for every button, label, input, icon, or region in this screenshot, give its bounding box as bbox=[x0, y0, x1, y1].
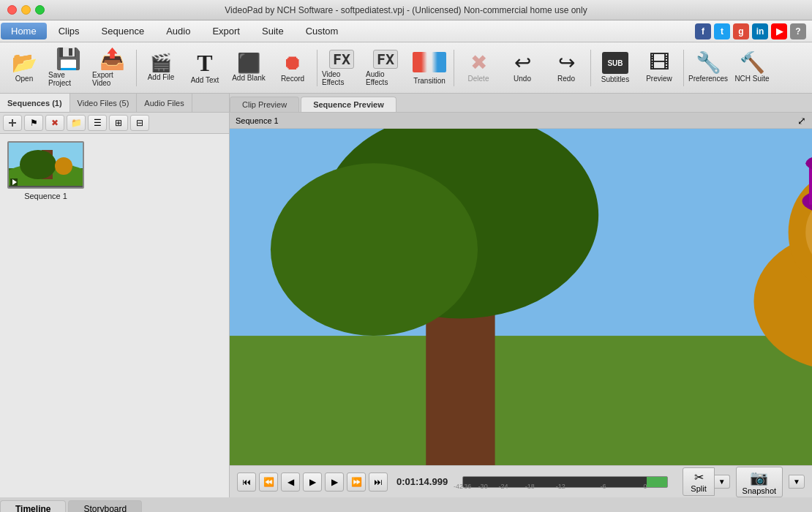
traffic-lights[interactable] bbox=[7, 5, 45, 15]
prev-frame-button[interactable]: ⏪ bbox=[259, 473, 278, 492]
menu-sequence[interactable]: Sequence bbox=[91, 23, 155, 39]
sequence-title-bar: Sequence 1 ⤢ bbox=[230, 113, 812, 129]
separator-5 bbox=[683, 50, 684, 86]
left-panel-toolbar: ⚑ ✖ 📁 ☰ ⊞ ⊟ bbox=[0, 113, 229, 134]
preview-icon: 🎞 bbox=[649, 53, 669, 73]
save-project-button[interactable]: 💾 Save Project bbox=[47, 45, 89, 91]
subtitles-icon: SUB bbox=[602, 52, 628, 74]
add-file-icon: 🎬 bbox=[150, 54, 172, 72]
preview-button[interactable]: 🎞 Preview bbox=[638, 45, 680, 91]
svg-point-7 bbox=[55, 157, 72, 175]
timeline-area: Timeline Storyboard 0:00:40.000 0:00:50.… bbox=[0, 497, 812, 512]
audio-effects-icon: FX bbox=[373, 50, 398, 69]
twitter-icon[interactable]: t bbox=[714, 23, 730, 39]
sequence-title: Sequence 1 bbox=[236, 116, 279, 125]
left-toolbar-folder[interactable]: 📁 bbox=[67, 115, 86, 131]
play-backward-button[interactable]: ◀ bbox=[281, 473, 300, 492]
open-button[interactable]: 📂 Open bbox=[3, 45, 45, 91]
menu-audio[interactable]: Audio bbox=[156, 23, 200, 39]
svg-rect-19 bbox=[809, 163, 812, 205]
add-blank-icon: ⬛ bbox=[237, 53, 260, 72]
tab-timeline[interactable]: Timeline bbox=[0, 500, 66, 512]
help-icon[interactable]: ? bbox=[790, 23, 806, 39]
redo-icon: ↪ bbox=[558, 53, 575, 73]
redo-button[interactable]: ↪ Redo bbox=[545, 45, 587, 91]
separator-4 bbox=[590, 50, 591, 86]
toolbar: 📂 Open 💾 Save Project 📤 Export Video 🎬 A… bbox=[0, 42, 812, 94]
next-frame-button[interactable]: ⏩ bbox=[347, 473, 366, 492]
left-toolbar-add[interactable] bbox=[3, 115, 22, 131]
left-tabs: Sequences (1) Video Files (5) Audio File… bbox=[0, 94, 229, 113]
tab-sequence-preview[interactable]: Sequence Preview bbox=[301, 97, 396, 112]
video-effects-button[interactable]: FX Video Effects bbox=[320, 45, 363, 91]
subtitles-button[interactable]: SUB Subtitles bbox=[594, 45, 636, 91]
undo-button[interactable]: ↩ Undo bbox=[501, 45, 544, 91]
svg-rect-1 bbox=[12, 119, 13, 127]
left-toolbar-settings[interactable]: ⊟ bbox=[130, 115, 149, 131]
add-text-button[interactable]: T Add Text bbox=[184, 45, 226, 91]
snapshot-icon: 📷 bbox=[750, 469, 768, 486]
expand-icon[interactable]: ⤢ bbox=[797, 115, 806, 127]
timeline-tabs: Timeline Storyboard bbox=[0, 497, 812, 512]
preferences-icon: 🔧 bbox=[696, 53, 721, 73]
right-panel: Clip Preview Sequence Preview Sequence 1… bbox=[230, 94, 812, 497]
menu-custom[interactable]: Custom bbox=[296, 23, 349, 39]
facebook-icon[interactable]: f bbox=[695, 23, 711, 39]
split-dropdown-button[interactable]: ▼ bbox=[715, 475, 730, 489]
export-video-button[interactable]: 📤 Export Video bbox=[91, 45, 133, 91]
window-title: VideoPad by NCH Software - softpediatest… bbox=[225, 5, 587, 15]
sequence-item[interactable]: Sequence 1 bbox=[7, 141, 84, 200]
left-toolbar-grid[interactable]: ⊞ bbox=[109, 115, 128, 131]
close-button[interactable] bbox=[7, 5, 17, 15]
record-button[interactable]: ⏺ Record bbox=[271, 45, 314, 91]
separator-2 bbox=[317, 50, 317, 86]
preferences-button[interactable]: 🔧 Preferences bbox=[687, 45, 729, 91]
transition-button[interactable]: Transition bbox=[408, 45, 451, 91]
play-button[interactable]: ▶ bbox=[303, 473, 322, 492]
youtube-icon[interactable]: ▶ bbox=[771, 23, 787, 39]
volume-slider[interactable]: 0 -6 -12 -18 -24 -30 -36 -42 bbox=[462, 476, 668, 488]
left-toolbar-list[interactable]: ☰ bbox=[88, 115, 107, 131]
minimize-button[interactable] bbox=[21, 5, 31, 15]
left-toolbar-bookmark[interactable]: ⚑ bbox=[24, 115, 43, 131]
menu-suite[interactable]: Suite bbox=[252, 23, 294, 39]
split-main-button[interactable]: ✂ Split bbox=[683, 467, 714, 496]
separator-3 bbox=[454, 50, 454, 86]
preview-scene bbox=[230, 129, 812, 465]
add-blank-button[interactable]: ⬛ Add Blank bbox=[228, 45, 270, 91]
maximize-button[interactable] bbox=[35, 5, 45, 15]
tab-audio-files[interactable]: Audio Files bbox=[137, 94, 192, 112]
svg-rect-9 bbox=[230, 336, 812, 465]
play-forward-button[interactable]: ▶ bbox=[325, 473, 344, 492]
record-icon: ⏺ bbox=[282, 53, 303, 73]
add-file-button[interactable]: 🎬 Add File bbox=[140, 45, 182, 91]
tab-storyboard[interactable]: Storyboard bbox=[68, 500, 142, 512]
tab-clip-preview[interactable]: Clip Preview bbox=[230, 97, 299, 112]
left-panel: Sequences (1) Video Files (5) Audio File… bbox=[0, 94, 230, 497]
googleplus-icon[interactable]: g bbox=[733, 23, 749, 39]
skip-to-start-button[interactable]: ⏮ bbox=[237, 473, 256, 492]
split-button[interactable]: ✂ Split ▼ bbox=[683, 467, 729, 496]
menu-home[interactable]: Home bbox=[1, 23, 47, 39]
skip-to-end-button[interactable]: ⏭ bbox=[369, 473, 388, 492]
tab-sequences[interactable]: Sequences (1) bbox=[0, 94, 70, 112]
nch-suite-button[interactable]: 🔨 NCH Suite bbox=[731, 45, 773, 91]
snapshot-dropdown[interactable]: ▼ bbox=[789, 475, 805, 489]
linkedin-icon[interactable]: in bbox=[752, 23, 768, 39]
tab-video-files[interactable]: Video Files (5) bbox=[70, 94, 138, 112]
menu-export[interactable]: Export bbox=[202, 23, 250, 39]
social-bar: f t g in ▶ ? bbox=[695, 23, 812, 39]
left-toolbar-delete[interactable]: ✖ bbox=[45, 115, 64, 131]
delete-icon: ✖ bbox=[470, 53, 487, 73]
titlebar: VideoPad by NCH Software - softpediatest… bbox=[0, 0, 812, 20]
controls-bar: ⏮ ⏪ ◀ ▶ ▶ ⏩ ⏭ 0:01:14.999 0 -6 -12 -18 -… bbox=[230, 465, 812, 497]
menu-clips[interactable]: Clips bbox=[48, 23, 90, 39]
delete-button[interactable]: ✖ Delete bbox=[457, 45, 500, 91]
audio-effects-button[interactable]: FX Audio Effects bbox=[364, 45, 407, 91]
menubar: Home Clips Sequence Audio Export Suite C… bbox=[0, 20, 812, 42]
undo-icon: ↩ bbox=[514, 53, 531, 73]
svg-point-12 bbox=[271, 163, 478, 336]
snapshot-button[interactable]: 📷 Snapshot bbox=[736, 467, 783, 497]
main-content: Sequences (1) Video Files (5) Audio File… bbox=[0, 94, 812, 497]
separator-1 bbox=[136, 50, 137, 86]
